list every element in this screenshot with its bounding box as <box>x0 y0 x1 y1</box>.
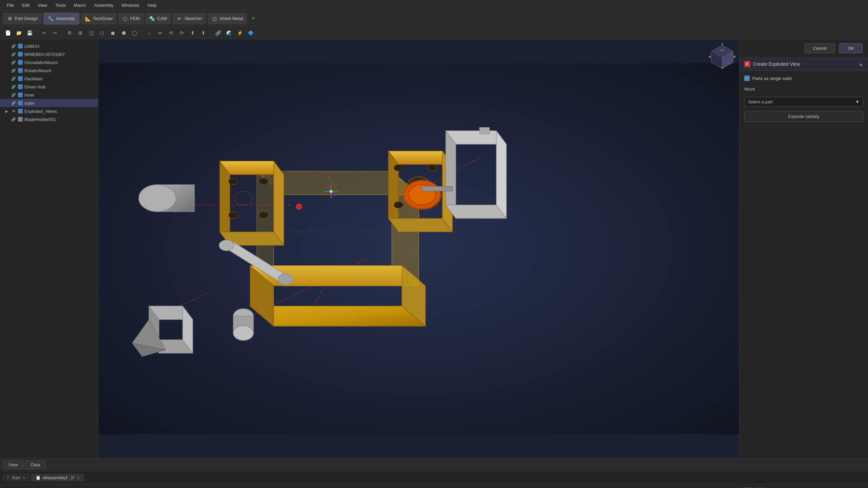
select-part-dropdown[interactable]: Select a part ▼ <box>744 97 863 107</box>
svg-point-24 <box>229 212 238 219</box>
layers-icon[interactable]: ⬛ <box>771 487 780 488</box>
tool-assembly5[interactable]: ◼ <box>108 28 118 38</box>
start-tab-close[interactable]: ✕ <box>22 476 25 480</box>
view-data-toolbar: View Data <box>0 458 868 471</box>
part-icon-minebea <box>18 52 23 57</box>
workbench-fem[interactable]: ⬡ FEM <box>118 13 143 24</box>
ok-button[interactable]: OK <box>839 43 863 53</box>
start-tab-icon: F <box>7 475 9 480</box>
parts-as-single-solid-label: Parts as single solid <box>752 76 792 81</box>
tree-item-lm8uu[interactable]: 🔗 LM8UU <box>0 42 98 50</box>
lock2-icon[interactable]: 🔒 <box>717 487 726 488</box>
lock-icon[interactable]: 🔒 <box>681 487 690 488</box>
3d-viewport[interactable]: TOP L R ▲ ▼ ◀ ▶ <box>98 39 739 458</box>
tool-view3[interactable]: ⟲ <box>166 28 176 38</box>
workbench-sketcher[interactable]: ✏ Sketcher <box>172 13 206 24</box>
chain-icon: 🔗 <box>11 76 16 81</box>
tool-snap3[interactable]: ⚡ <box>235 28 245 38</box>
grid2-icon[interactable]: ⊞ <box>706 487 715 488</box>
grid-icon[interactable]: ⊞ <box>670 487 679 488</box>
tree-label-driver-hub: Driver Hub <box>24 84 45 89</box>
tool-open[interactable]: 📁 <box>14 28 24 38</box>
tool-view4[interactable]: ⟳ <box>177 28 187 38</box>
tree-item-bladeholder001[interactable]: 🔗 BladeHolder001 <box>0 115 98 123</box>
tab-bar: F Start ✕ 📋 otkassembly2 : 1* ✕ <box>0 471 868 484</box>
tool-new[interactable]: 📄 <box>3 28 13 38</box>
tree-item-exploded-views[interactable]: ▶ 👁 Exploded_Views <box>0 107 98 115</box>
tree-item-driver-hub[interactable]: 🔗 Driver Hub <box>0 83 98 91</box>
tree-item-inner[interactable]: 🔗 Inner <box>0 91 98 99</box>
tree-item-rotator-mount[interactable]: 🔗 RotatorMount <box>0 66 98 75</box>
workbench-toolbar: ⚙ Part Design 🔧 Assembly 📐 TechDraw ⬡ FE… <box>0 11 868 26</box>
tool-undo[interactable]: ↩ <box>39 28 49 38</box>
panel-collapse-button[interactable]: ▲ <box>859 61 863 67</box>
add-workbench-button[interactable]: + <box>249 15 258 22</box>
svg-text:▲: ▲ <box>721 43 724 45</box>
workbench-partdesign[interactable]: ⚙ Part Design <box>3 13 42 24</box>
tool-assembly6[interactable]: ⬟ <box>119 28 129 38</box>
tool-view6[interactable]: ⬇ <box>198 28 209 38</box>
move-icon[interactable]: ✛ <box>692 487 701 488</box>
part-icon-inner <box>18 92 23 98</box>
svg-point-63 <box>296 204 302 209</box>
menu-tools[interactable]: Tools <box>51 1 70 9</box>
menu-windows[interactable]: Windows <box>117 1 143 9</box>
tool-view1[interactable]: ↕ <box>144 28 154 38</box>
menu-macro[interactable]: Macro <box>70 1 90 9</box>
blender-icon[interactable]: ● <box>790 487 798 488</box>
svg-point-36 <box>394 164 403 171</box>
view-button[interactable]: View <box>3 461 24 469</box>
workbench-assembly[interactable]: 🔧 Assembly <box>43 13 79 24</box>
cancel-button[interactable]: Cancel <box>805 43 835 53</box>
tab-start[interactable]: F Start ✕ <box>3 474 30 482</box>
parts-as-single-solid-checkbox[interactable] <box>744 76 750 81</box>
chain-icon: 🔗 <box>11 43 16 49</box>
tool-view2[interactable]: ⇔ <box>155 28 165 38</box>
workbench-techdraw[interactable]: 📐 TechDraw <box>81 13 117 24</box>
tool-save[interactable]: 💾 <box>24 28 35 38</box>
explode-radially-button[interactable]: Explode radially <box>744 111 863 122</box>
panel-action-buttons: Cancel OK <box>739 39 868 58</box>
menu-edit[interactable]: Edit <box>18 1 34 9</box>
tool-snap4[interactable]: 🔷 <box>245 28 256 38</box>
tool-assembly2[interactable]: ⊞ <box>75 28 85 38</box>
model-tree: 🔗 LM8UU 🔗 MINEBEA 05701607 🔗 Osciallator… <box>0 39 98 458</box>
chain-icon: 🔗 <box>11 100 16 106</box>
data-button[interactable]: Data <box>25 461 46 469</box>
menu-view[interactable]: View <box>34 1 51 9</box>
tool-assembly3[interactable]: ◫ <box>86 28 96 38</box>
tree-label-inner: Inner <box>24 93 35 98</box>
part-icon-lm8uu <box>18 43 23 49</box>
tree-item-osciallator-mount[interactable]: 🔗 OsciallatorMount <box>0 58 98 66</box>
tool-assembly4[interactable]: ◻ <box>97 28 107 38</box>
menu-assembly[interactable]: Assembly <box>90 1 117 9</box>
tree-item-outer[interactable]: 🔗 outer <box>0 99 98 107</box>
tree-item-minebea[interactable]: 🔗 MINEBEA 05701607 <box>0 50 98 58</box>
select-part-label: Select a part <box>748 99 773 104</box>
workbench-sheetmetal[interactable]: ◫ Sheet Metal <box>208 13 247 24</box>
tool-assembly7[interactable]: ◯ <box>130 28 140 38</box>
menu-help[interactable]: Help <box>143 1 161 9</box>
svg-point-62 <box>233 326 254 341</box>
tool-snap1[interactable]: 🔗 <box>213 28 223 38</box>
main-area: 🔗 LM8UU 🔗 MINEBEA 05701607 🔗 Osciallator… <box>0 39 868 458</box>
panel-content: Parts as single solid Move Select a part… <box>739 71 868 458</box>
view-cube[interactable]: TOP L R ▲ ▼ ◀ ▶ <box>709 43 736 70</box>
start-tab-label: Start <box>12 475 20 480</box>
tree-item-oscillator[interactable]: 🔗 Oscillator <box>0 75 98 83</box>
tool-redo[interactable]: ↪ <box>50 28 60 38</box>
move2-icon[interactable]: ✛ <box>728 487 737 488</box>
tool-snap2[interactable]: 🌊 <box>224 28 234 38</box>
menu-file[interactable]: File <box>3 1 18 9</box>
tool-assembly1[interactable]: ⚙ <box>64 28 75 38</box>
tree-label-oscillator: Oscillator <box>24 76 43 81</box>
chain-icon: 🔗 <box>11 52 16 57</box>
tab-otkassembly2[interactable]: 📋 otkassembly2 : 1* ✕ <box>31 474 84 482</box>
workbench-cam[interactable]: 🔩 CAM <box>145 13 171 24</box>
menu-bar: File Edit View Tools Macro Assembly Wind… <box>0 0 868 11</box>
assembly-tab-close[interactable]: ✕ <box>77 476 80 480</box>
tool-view5[interactable]: ⬆ <box>188 28 198 38</box>
eye-icon: 👁 <box>11 108 16 114</box>
svg-point-38 <box>394 202 403 208</box>
dropdown-icon[interactable]: ▼ <box>816 487 825 488</box>
